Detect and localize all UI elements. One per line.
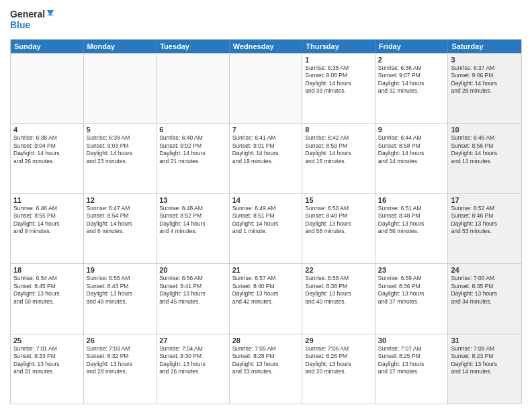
page: General Blue SundayMondayTuesdayWednesda… [0,0,532,411]
svg-text:Blue: Blue [10,19,31,30]
day-number: 5 [87,126,154,134]
cell-info-line: Daylight: 13 hours [159,361,226,368]
cell-info-line: Sunset: 8:43 PM [87,283,154,290]
calendar: SundayMondayTuesdayWednesdayThursdayFrid… [10,39,522,404]
day-header-friday: Friday [375,40,449,53]
day-cell-16: 16Sunrise: 6:51 AMSunset: 8:48 PMDayligh… [375,194,449,263]
cell-info-line: Daylight: 14 hours [87,220,154,228]
cell-info-line: and 48 minutes. [87,298,154,306]
cell-info-line: Daylight: 13 hours [87,361,154,368]
cell-info-line: Sunrise: 6:59 AM [378,275,445,282]
day-number: 31 [451,336,519,345]
day-number: 17 [451,196,519,204]
cell-info-line: and 1 minute. [232,228,300,235]
cell-info-line: Sunrise: 6:58 AM [305,275,372,282]
day-number: 12 [87,196,154,204]
cell-info-line: Daylight: 13 hours [232,290,300,298]
cell-info-line: Sunrise: 6:42 AM [305,134,372,142]
day-cell-10: 10Sunrise: 6:45 AMSunset: 8:56 PMDayligh… [448,124,521,193]
cell-info-line: Daylight: 14 hours [451,150,519,157]
day-cell-12: 12Sunrise: 6:47 AMSunset: 8:54 PMDayligh… [84,194,157,263]
cell-info-line: and 58 minutes. [305,228,372,235]
cell-info-line: Sunrise: 6:56 AM [159,275,226,282]
cell-info-line: Sunrise: 6:52 AM [451,205,519,212]
cell-info-line: Sunrise: 6:39 AM [87,134,154,142]
cell-info-line: Sunset: 8:46 PM [451,212,519,220]
day-cell-11: 11Sunrise: 6:46 AMSunset: 8:55 PMDayligh… [11,194,84,263]
day-cell-4: 4Sunrise: 6:38 AMSunset: 9:04 PMDaylight… [11,124,84,193]
cell-info-line: and 31 minutes. [13,368,81,375]
cell-info-line: and 11 minutes. [451,158,519,165]
day-cell-17: 17Sunrise: 6:52 AMSunset: 8:46 PMDayligh… [448,194,521,263]
cell-info-line: Sunrise: 7:03 AM [87,345,154,353]
cell-info-line: Sunrise: 6:40 AM [159,134,226,142]
cell-info-line: Sunrise: 6:49 AM [232,205,300,212]
day-number: 26 [87,336,154,345]
cell-info-line: Sunrise: 6:35 AM [305,64,372,72]
cell-info-line: Sunrise: 7:01 AM [13,345,81,353]
cell-info-line: Sunrise: 7:04 AM [159,345,226,353]
day-cell-22: 22Sunrise: 6:58 AMSunset: 8:38 PMDayligh… [302,264,375,333]
cell-info-line: and 26 minutes. [13,158,81,165]
day-number: 2 [378,56,445,64]
day-cell-25: 25Sunrise: 7:01 AMSunset: 8:33 PMDayligh… [11,334,84,404]
cell-info-line: and 6 minutes. [87,228,154,235]
cell-info-line: Sunset: 9:06 PM [451,72,519,79]
day-cell-3: 3Sunrise: 6:37 AMSunset: 9:06 PMDaylight… [448,54,521,123]
cell-info-line: and 34 minutes. [451,298,519,306]
day-cell-6: 6Sunrise: 6:40 AMSunset: 9:02 PMDaylight… [157,124,230,193]
calendar-row-4: 25Sunrise: 7:01 AMSunset: 8:33 PMDayligh… [11,334,521,404]
cell-info-line: Sunrise: 6:45 AM [451,134,519,142]
empty-cell [84,54,157,123]
cell-info-line: Daylight: 13 hours [451,290,519,298]
logo: General Blue [10,7,54,35]
day-number: 15 [305,196,372,204]
cell-info-line: Sunset: 9:07 PM [378,72,445,79]
day-number: 16 [378,196,445,204]
cell-info-line: and 14 minutes. [378,158,445,165]
cell-info-line: Sunrise: 6:37 AM [451,64,519,72]
cell-info-line: Sunrise: 6:38 AM [13,134,81,142]
day-number: 18 [13,266,81,274]
cell-info-line: Sunset: 8:48 PM [378,212,445,220]
cell-info-line: and 16 minutes. [305,158,372,165]
cell-info-line: Daylight: 13 hours [159,290,226,298]
cell-info-line: Daylight: 13 hours [87,290,154,298]
cell-info-line: Sunset: 8:45 PM [13,283,81,290]
cell-info-line: Sunset: 8:33 PM [13,353,81,360]
day-cell-30: 30Sunrise: 7:07 AMSunset: 8:25 PMDayligh… [375,334,449,404]
cell-info-line: Sunset: 8:59 PM [305,142,372,150]
calendar-header: SundayMondayTuesdayWednesdayThursdayFrid… [11,40,521,53]
day-number: 4 [13,126,81,134]
day-header-sunday: Sunday [11,40,84,53]
calendar-row-1: 4Sunrise: 6:38 AMSunset: 9:04 PMDaylight… [11,123,521,193]
day-header-thursday: Thursday [302,40,375,53]
cell-info-line: Sunset: 9:04 PM [13,142,81,150]
calendar-row-2: 11Sunrise: 6:46 AMSunset: 8:55 PMDayligh… [11,193,521,263]
cell-info-line: Sunrise: 6:41 AM [232,134,300,142]
day-cell-14: 14Sunrise: 6:49 AMSunset: 8:51 PMDayligh… [230,194,303,263]
calendar-row-3: 18Sunrise: 6:54 AMSunset: 8:45 PMDayligh… [11,263,521,333]
cell-info-line: Sunset: 8:55 PM [13,212,81,220]
day-number: 24 [451,266,519,274]
day-cell-8: 8Sunrise: 6:42 AMSunset: 8:59 PMDaylight… [302,124,375,193]
cell-info-line: Sunset: 8:51 PM [232,212,300,220]
cell-info-line: and 33 minutes. [305,87,372,95]
calendar-body: 1Sunrise: 6:35 AMSunset: 9:08 PMDaylight… [11,53,521,404]
cell-info-line: and 42 minutes. [232,298,300,306]
day-number: 13 [159,196,226,204]
day-header-saturday: Saturday [448,40,521,53]
logo-icon: General Blue [10,7,54,35]
cell-info-line: Sunset: 8:26 PM [305,353,372,360]
cell-info-line: Sunset: 8:52 PM [159,212,226,220]
day-cell-1: 1Sunrise: 6:35 AMSunset: 9:08 PMDaylight… [302,54,375,123]
cell-info-line: and 28 minutes. [451,87,519,95]
cell-info-line: Daylight: 14 hours [232,220,300,228]
day-number: 27 [159,336,226,345]
cell-info-line: Sunrise: 6:46 AM [13,205,81,212]
cell-info-line: Sunset: 8:38 PM [305,283,372,290]
cell-info-line: Sunrise: 7:06 AM [305,345,372,353]
cell-info-line: and 23 minutes. [232,368,300,375]
cell-info-line: and 50 minutes. [13,298,81,306]
cell-info-line: Sunset: 8:54 PM [87,212,154,220]
